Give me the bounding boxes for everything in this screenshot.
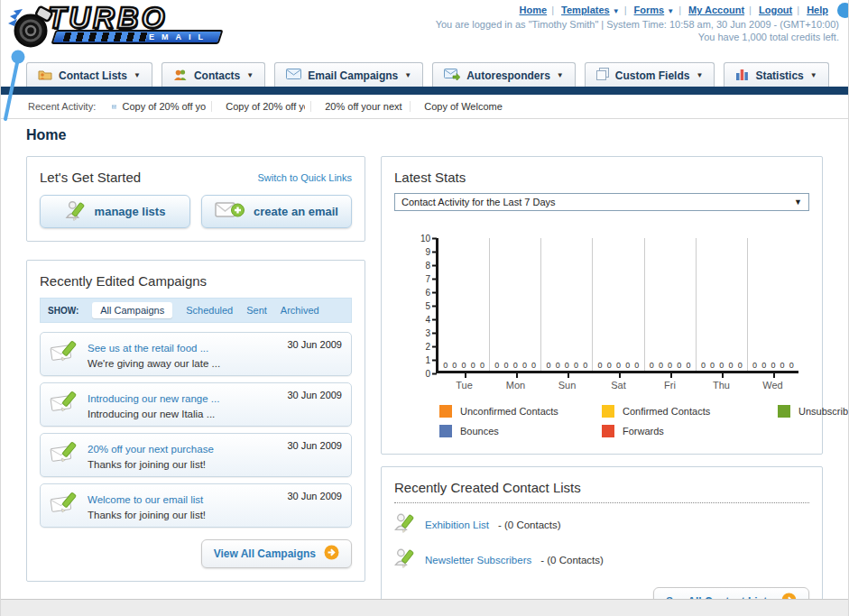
chart-day-group: 00000 (490, 238, 541, 371)
switch-quick-links[interactable]: Switch to Quick Links (257, 172, 352, 183)
campaign-subtitle: Thanks for joining our list! (88, 459, 278, 470)
person-pencil-icon (394, 547, 416, 574)
nav-link-help[interactable]: Help (807, 5, 828, 15)
bar-value-labels: 00000 (697, 361, 747, 370)
envelope-plus-icon (215, 200, 245, 223)
contact-list-row[interactable]: Exhibition List - (0 Contacts) (394, 511, 809, 538)
campaign-row[interactable]: 20% off your next purchaseThanks for joi… (40, 433, 352, 477)
view-all-campaigns-button[interactable]: View All Campaigns (201, 539, 352, 568)
button-label: create an email (254, 205, 338, 218)
latest-stats-title: Latest Stats (394, 170, 809, 185)
chevron-down-icon: ▼ (667, 7, 674, 15)
bar-value-labels: 00000 (645, 361, 696, 370)
folder-icon (38, 69, 52, 83)
envelope-icon (112, 103, 116, 111)
legend-swatch (602, 425, 614, 437)
recently-created-contact-lists-panel: Recently Created Contact Lists Exhibitio… (381, 466, 823, 616)
filter-tab-sent[interactable]: Sent (246, 305, 267, 316)
stats-period-select[interactable]: Contact Activity for the Last 7 Days ▼ (394, 193, 809, 211)
nav-link-templates[interactable]: Templates (561, 5, 610, 15)
button-label: manage lists (95, 205, 166, 218)
get-started-title: Let's Get Started (40, 170, 141, 185)
tab-statistics[interactable]: Statistics▼ (724, 62, 828, 88)
campaign-row[interactable]: Introducing our new range ...Introducing… (40, 382, 352, 427)
envelope-icon (286, 69, 301, 82)
tab-autoresponders[interactable]: Autoresponders▼ (432, 62, 576, 88)
tab-email-campaigns[interactable]: Email Campaigns▼ (274, 62, 423, 88)
dotted-divider (394, 502, 809, 503)
nav-link-forms[interactable]: Forms (634, 5, 665, 15)
chart-plot: 0123456789100000000000000000000000000000… (436, 238, 798, 373)
filter-tab-archived[interactable]: Archived (281, 305, 319, 316)
bar-value-labels: 00000 (541, 361, 592, 370)
bar-value-labels: 00000 (438, 361, 489, 370)
manage-lists-button[interactable]: manage lists (40, 195, 190, 228)
main-content: Home Let's Get Started Switch to Quick L… (1, 120, 848, 599)
filter-tab-all-campaigns[interactable]: All Campaigns (92, 302, 172, 318)
chart-day-group: 00000 (438, 238, 490, 371)
campaign-title-link[interactable]: 20% off your next purchase (88, 444, 214, 455)
x-axis-label: Sun (541, 373, 593, 391)
chart-day-group: 00000 (645, 238, 697, 371)
tab-contacts[interactable]: Contacts▼ (161, 62, 265, 88)
logo-email-bar: EMAIL (51, 30, 223, 44)
nav-link-my-account[interactable]: My Account (688, 5, 744, 15)
create-email-button[interactable]: create an email (201, 195, 352, 228)
get-started-panel: Let's Get Started Switch to Quick Links … (26, 156, 365, 242)
y-axis-tick-label: 0 (425, 369, 438, 379)
contact-list-row[interactable]: Newsletter Subscribers - (0 Contacts) (394, 547, 809, 574)
legend-label: Unsubscribes (798, 406, 849, 417)
nav-link-logout[interactable]: Logout (759, 5, 792, 15)
annotation-callout-line (1, 49, 30, 123)
recent-activity-item[interactable]: 20% off your next p (310, 101, 404, 112)
recent-activity-item[interactable]: Copy of 20% off yo (112, 101, 206, 112)
bar-value-labels: 00000 (593, 361, 643, 370)
tab-custom-fields[interactable]: Custom Fields▼ (585, 62, 715, 88)
campaign-subtitle: Introducing our new Italia ... (88, 409, 278, 419)
tab-label: Autoresponders (466, 69, 550, 82)
nav-divider-bar (1, 87, 848, 95)
campaign-row[interactable]: See us at the retail food ...We're givin… (40, 332, 352, 376)
select-value: Contact Activity for the Last 7 Days (401, 197, 556, 207)
legend-item: Bounces (439, 425, 602, 437)
bar-value-labels: 00000 (748, 361, 798, 370)
chart-day-group: 00000 (541, 238, 593, 371)
app-window: TURBO EMAIL Home| Templates ▼| Forms ▼| … (0, 0, 849, 616)
x-axis-label: Sat (593, 373, 644, 391)
contact-list-link[interactable]: Exhibition List (425, 519, 489, 530)
chevron-down-icon: ▼ (810, 71, 817, 79)
campaign-date: 30 Jun 2009 (287, 440, 342, 451)
tab-label: Contact Lists (59, 69, 127, 82)
nav-link-home[interactable]: Home (520, 5, 548, 15)
campaign-row[interactable]: Welcome to our email listThanks for join… (40, 483, 352, 528)
recent-activity-item[interactable]: Copy of 20% off yo (211, 101, 305, 112)
button-label: View All Campaigns (214, 547, 316, 560)
tab-label: Custom Fields (615, 69, 690, 82)
y-axis-tick-label: 7 (425, 274, 438, 284)
contact-activity-chart: 0123456789100000000000000000000000000000… (436, 238, 798, 391)
y-axis-tick-label: 5 (425, 301, 438, 311)
campaign-title-link[interactable]: See us at the retail food ... (88, 343, 208, 354)
tab-contact-lists[interactable]: Contact Lists▼ (26, 62, 152, 88)
page-title: Home (26, 127, 823, 143)
envelope-arrow-icon (444, 69, 460, 83)
chart-xlabels: TueMonSunSatFriThuWed (438, 373, 798, 391)
campaign-filter-tabs: SHOW: All Campaigns Scheduled Sent Archi… (40, 298, 352, 323)
recently-edited-campaigns-panel: Recently Edited Campaigns SHOW: All Camp… (26, 260, 365, 582)
chevron-down-icon: ▼ (404, 71, 411, 79)
recent-activity-label: Recent Activity: (28, 101, 96, 112)
campaign-subtitle: We're giving away our late ... (88, 358, 278, 369)
contact-list-count: - (0 Contacts) (498, 519, 561, 530)
y-axis-tick-label: 3 (425, 328, 438, 338)
chart-legend: Unconfirmed ContactsConfirmed ContactsUn… (439, 405, 809, 437)
envelope-pencil-icon (50, 390, 78, 417)
y-axis-tick-label: 6 (425, 288, 438, 298)
filter-tab-scheduled[interactable]: Scheduled (186, 305, 233, 316)
envelope-pencil-icon (50, 440, 78, 467)
campaign-title-link[interactable]: Introducing our new range ... (88, 393, 219, 404)
recent-activity-item[interactable]: Copy of Welcome to (410, 101, 503, 112)
main-nav-tabs: Contact Lists▼ Contacts▼ Email Campaigns… (26, 62, 829, 88)
chevron-down-icon: ▼ (794, 198, 802, 207)
campaign-title-link[interactable]: Welcome to our email list (88, 494, 203, 505)
contact-list-link[interactable]: Newsletter Subscribers (425, 555, 531, 565)
